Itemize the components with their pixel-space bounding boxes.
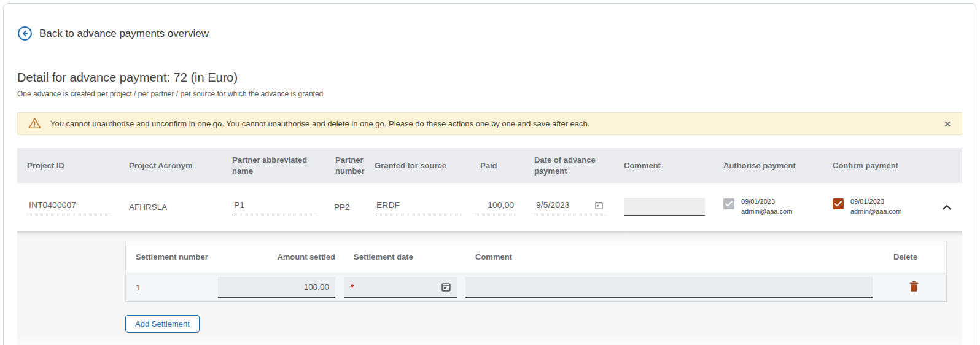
header-settlement-number: Settlement number (126, 252, 218, 262)
warning-close-button[interactable]: ✕ (944, 120, 951, 128)
date-of-advance-payment-value: 9/5/2023 (536, 200, 570, 210)
authorise-payment-cell: 09/01/2023 admin@aaa.com (714, 197, 823, 217)
advance-payments-table: Project ID Project Acronym Partner abbre… (17, 148, 962, 345)
back-link[interactable]: Back to advance payments overview (17, 26, 209, 41)
payment-row: INT0400007 AFHRSLA P1 PP2 ERDF 100,00 9/… (17, 183, 962, 231)
authorise-checkbox-checked-icon[interactable] (723, 198, 734, 209)
confirm-date: 09/01/2023 (850, 197, 901, 207)
header-settlement-comment: Comment (465, 252, 881, 262)
date-of-advance-payment-field: 9/5/2023 (534, 198, 605, 215)
header-comment: Comment (614, 155, 714, 177)
paid-value: 100,00 (475, 198, 516, 215)
advance-payment-detail-card: Back to advance payments overview Detail… (3, 3, 976, 345)
settlement-date-input[interactable] (344, 277, 457, 298)
amount-settled-input[interactable] (218, 277, 335, 298)
confirm-user: admin@aaa.com (850, 207, 901, 217)
header-delete: Delete (881, 252, 946, 262)
delete-settlement-button[interactable] (907, 279, 921, 296)
settlement-row: 1 * (126, 273, 946, 301)
header-paid: Paid (470, 155, 524, 177)
header-settlement-date: Settlement date (344, 252, 465, 262)
partner-number-value: PP2 (334, 203, 350, 212)
settlements-panel: Settlement number Amount settled Settlem… (17, 231, 962, 345)
authorise-date: 09/01/2023 (741, 197, 792, 207)
header-partner-number: Partner number (325, 149, 365, 182)
settlement-date-calendar-icon[interactable] (441, 282, 451, 292)
header-partner-abbreviated-name: Partner abbreviated name (222, 149, 325, 182)
settlement-number-value: 1 (126, 283, 218, 292)
header-confirm-payment: Confirm payment (823, 155, 931, 177)
payments-table-header-row: Project ID Project Acronym Partner abbre… (17, 148, 962, 183)
page-subtitle: One advance is created per project / per… (17, 90, 962, 98)
header-authorise-payment: Authorise payment (714, 155, 823, 177)
warning-message: You cannot unauthorise and unconfirm in … (50, 119, 589, 128)
header-date-of-advance-payment: Date of advance payment (524, 149, 614, 182)
project-acronym-value: AFHRSLA (129, 203, 167, 212)
chevron-up-icon (943, 203, 951, 212)
page-title: Detail for advance payment: 72 (in Euro) (17, 71, 962, 85)
trash-icon (909, 281, 919, 293)
required-asterisk: * (351, 282, 354, 292)
payment-comment-input[interactable] (624, 198, 705, 216)
settlement-comment-input[interactable] (465, 277, 873, 298)
partner-abbreviated-name-value: P1 (232, 198, 317, 215)
confirm-checkbox-checked-icon[interactable] (833, 198, 844, 209)
settlements-header-row: Settlement number Amount settled Settlem… (126, 241, 946, 273)
warning-triangle-icon (28, 117, 41, 131)
back-arrow-icon (17, 26, 33, 41)
back-link-label: Back to advance payments overview (39, 28, 209, 40)
add-settlement-button[interactable]: Add Settlement (125, 315, 200, 333)
calendar-icon (594, 201, 604, 210)
header-project-acronym: Project Acronym (119, 155, 222, 177)
settlements-table: Settlement number Amount settled Settlem… (125, 241, 947, 302)
header-amount-settled: Amount settled (218, 252, 344, 262)
header-project-id: Project ID (17, 155, 119, 177)
collapse-row-button[interactable] (940, 200, 954, 214)
header-granted-for-source: Granted for source (365, 155, 470, 177)
granted-for-source-value: ERDF (375, 198, 462, 215)
warning-banner: You cannot unauthorise and unconfirm in … (17, 112, 962, 135)
confirm-payment-cell: 09/01/2023 admin@aaa.com (823, 197, 931, 217)
authorise-user: admin@aaa.com (741, 207, 792, 217)
project-id-value: INT0400007 (27, 198, 111, 215)
header-spacer (931, 160, 962, 171)
